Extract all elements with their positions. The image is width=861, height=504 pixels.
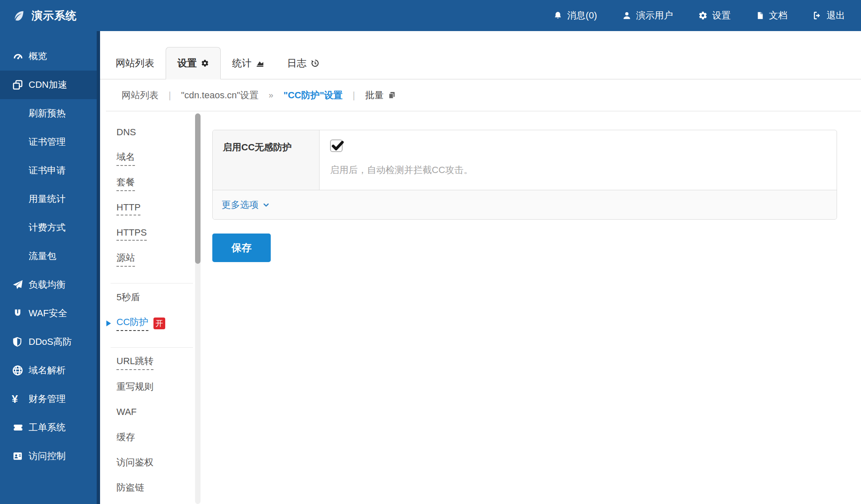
- tab-statistics[interactable]: 统计: [221, 47, 276, 79]
- sidebar-item-ddos[interactable]: DDoS高防: [0, 328, 97, 356]
- sidebar-item-access-control[interactable]: 访问控制: [0, 442, 97, 470]
- clone-icon: [12, 79, 29, 91]
- main-content: 网站列表 设置 统计 日志 网站列表 | "cdn.teaos.cn"设置 » …: [100, 31, 861, 504]
- menu-item-5s-shield[interactable]: 5秒盾: [116, 286, 195, 311]
- top-bar: 演示系统 消息(0) 演示用户 设置 文档: [0, 0, 861, 31]
- menu-item-https[interactable]: HTTPS: [116, 221, 195, 247]
- sidebar-item-tickets[interactable]: 工单系统: [0, 413, 97, 442]
- globe-icon: [12, 365, 29, 376]
- breadcrumb-arrow: »: [269, 90, 273, 100]
- sidebar-item-waf[interactable]: WAF安全: [0, 299, 97, 328]
- field-value: 启用后，自动检测并拦截CC攻击。: [320, 130, 837, 190]
- menu-item-access-auth[interactable]: 访问鉴权: [116, 451, 195, 476]
- more-options-toggle[interactable]: 更多选项: [222, 199, 270, 211]
- gear-icon: [201, 59, 209, 67]
- form-card: 启用CC无感防护 启用后，自动检测并拦截CC攻击。 更多选项: [212, 130, 837, 220]
- leaf-icon: [13, 9, 25, 22]
- logout-icon: [813, 11, 822, 20]
- user-icon: [622, 11, 631, 20]
- breadcrumb-site-list[interactable]: 网站列表: [121, 89, 158, 102]
- bell-icon: [553, 11, 563, 20]
- topbar-actions: 消息(0) 演示用户 设置 文档 退出: [553, 9, 861, 22]
- menu-item-cache[interactable]: 缓存: [116, 425, 195, 451]
- sidebar-item-refresh-preheat[interactable]: 刷新预热: [0, 99, 97, 128]
- tab-bar: 网站列表 设置 统计 日志: [100, 47, 861, 79]
- breadcrumb-cc-settings[interactable]: "CC防护"设置: [283, 89, 343, 102]
- save-button[interactable]: 保存: [212, 234, 271, 262]
- sidebar-item-traffic-pack[interactable]: 流量包: [0, 242, 97, 270]
- menu-item-domain[interactable]: 域名: [116, 146, 195, 171]
- sidebar-item-load-balance[interactable]: 负载均衡: [0, 270, 97, 299]
- sidebar-item-finance[interactable]: ¥ 财务管理: [0, 385, 97, 413]
- sidebar-item-cert-apply[interactable]: 证书申请: [0, 156, 97, 185]
- menu-item-dns[interactable]: DNS: [116, 121, 195, 146]
- menu-item-cc-protection[interactable]: CC防护 开: [116, 311, 195, 336]
- gear-icon: [698, 11, 708, 20]
- cc-protection-checkbox[interactable]: [330, 139, 343, 152]
- active-arrow-icon: [106, 320, 111, 326]
- sidebar-item-billing-method[interactable]: 计费方式: [0, 213, 97, 242]
- docs-button[interactable]: 文档: [756, 9, 787, 22]
- sidebar-edge-divider: [97, 31, 100, 504]
- menu-item-anti-leech[interactable]: 防盗链: [116, 476, 195, 501]
- more-options-row: 更多选项: [213, 190, 837, 219]
- paper-plane-icon: [12, 279, 29, 291]
- menu-item-origin[interactable]: 源站: [116, 247, 195, 272]
- magnet-icon: [12, 307, 29, 319]
- breadcrumb-separator: |: [169, 90, 171, 101]
- chevron-down-icon: [262, 201, 270, 209]
- menu-item-http[interactable]: HTTP: [116, 196, 195, 221]
- settings-menu: DNS 域名 套餐 HTTP HTTPS 源站 5秒盾 CC: [100, 111, 195, 504]
- app-logo[interactable]: 演示系统: [0, 8, 97, 23]
- yen-icon: ¥: [12, 394, 29, 404]
- sidebar-item-dns-resolve[interactable]: 域名解析: [0, 356, 97, 385]
- shield-icon: [12, 336, 29, 348]
- cc-on-badge: 开: [153, 318, 165, 329]
- history-icon: [311, 59, 320, 68]
- gauge-icon: [12, 51, 29, 62]
- messages-button[interactable]: 消息(0): [553, 9, 597, 22]
- user-menu[interactable]: 演示用户: [622, 9, 673, 22]
- field-help-text: 启用后，自动检测并拦截CC攻击。: [330, 164, 837, 176]
- logout-button[interactable]: 退出: [813, 9, 845, 22]
- cc-protection-form: 启用CC无感防护 启用后，自动检测并拦截CC攻击。 更多选项: [201, 111, 861, 504]
- settings-body: DNS 域名 套餐 HTTP HTTPS 源站 5秒盾 CC: [100, 111, 861, 504]
- app-title: 演示系统: [32, 8, 77, 23]
- settings-button[interactable]: 设置: [698, 9, 731, 22]
- document-icon: [756, 11, 764, 20]
- scrollbar-thumb[interactable]: [195, 113, 201, 264]
- tab-logs[interactable]: 日志: [276, 47, 331, 79]
- sidebar-nav: 概览 CDN加速 刷新预热 证书管理 证书申请 用量统计 计费方式 流量包 负载…: [0, 31, 97, 504]
- menu-item-url-redirect[interactable]: URL跳转: [116, 350, 195, 375]
- area-chart-icon: [256, 59, 264, 68]
- id-card-icon: [12, 450, 29, 462]
- enable-cc-row: 启用CC无感防护 启用后，自动检测并拦截CC攻击。: [213, 130, 837, 190]
- copy-icon: [388, 91, 396, 100]
- breadcrumb: 网站列表 | "cdn.teaos.cn"设置 » "CC防护"设置 | 批量: [106, 79, 861, 111]
- breadcrumb-separator-2: |: [353, 90, 355, 101]
- sidebar-item-overview[interactable]: 概览: [0, 42, 97, 71]
- menu-divider: [111, 347, 193, 348]
- menu-item-rewrite-rules[interactable]: 重写规则: [116, 375, 195, 400]
- menu-divider: [111, 283, 193, 284]
- menu-item-plan[interactable]: 套餐: [116, 171, 195, 196]
- sidebar-item-cdn[interactable]: CDN加速: [0, 71, 97, 99]
- ticket-icon: [12, 422, 29, 433]
- tab-site-list[interactable]: 网站列表: [104, 47, 166, 79]
- menu-item-waf[interactable]: WAF: [116, 400, 195, 425]
- field-label: 启用CC无感防护: [213, 130, 320, 190]
- checkmark-icon: [330, 138, 345, 153]
- sidebar-item-usage-stats[interactable]: 用量统计: [0, 185, 97, 213]
- breadcrumb-domain-settings[interactable]: "cdn.teaos.cn"设置: [181, 89, 259, 102]
- sidebar-item-cert-manage[interactable]: 证书管理: [0, 128, 97, 156]
- tab-settings[interactable]: 设置: [166, 47, 221, 79]
- menu-scrollbar[interactable]: [195, 113, 201, 504]
- batch-button[interactable]: 批量: [365, 89, 396, 102]
